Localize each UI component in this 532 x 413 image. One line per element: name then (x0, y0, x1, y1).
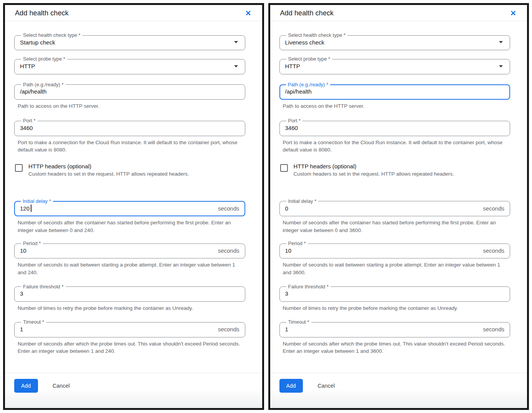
failure-threshold-label: Failure threshold * (21, 284, 66, 290)
probe-type-select[interactable]: Select probe type * (14, 56, 245, 74)
add-button[interactable]: Add (279, 379, 303, 393)
text-cursor (31, 205, 31, 212)
failure-threshold-field[interactable]: Failure threshold * (14, 284, 245, 302)
initial-delay-label: Initial delay * (21, 199, 53, 204)
two-dialog-comparison: Add health check ✕ Select health check t… (0, 0, 532, 413)
timeout-input[interactable] (20, 326, 215, 332)
seconds-suffix: seconds (215, 205, 240, 212)
initial-delay-label: Initial delay * (286, 199, 319, 204)
dropdown-arrow-icon (234, 41, 238, 43)
dialog-footer: Add Cancel (270, 373, 527, 408)
http-headers-label: HTTP headers (optional) (28, 163, 189, 169)
dialog-title: Add health check (15, 9, 69, 17)
http-headers-checkbox[interactable] (15, 164, 23, 172)
dropdown-arrow-icon (499, 41, 503, 43)
seconds-suffix: seconds (215, 247, 240, 254)
dialog-header: Add health check ✕ (5, 5, 262, 21)
http-headers-row: HTTP headers (optional) Custom headers t… (280, 163, 511, 178)
probe-type-label: Select probe type * (21, 56, 67, 62)
initial-delay-helper-text: Number of seconds after the container ha… (18, 219, 241, 234)
http-headers-label: HTTP headers (optional) (294, 163, 454, 169)
port-input[interactable] (20, 125, 240, 131)
path-field[interactable]: Path (e.g./ready) * (279, 82, 511, 100)
timeout-helper-text: Number of seconds after which the probe … (18, 340, 241, 355)
port-helper-text: Port to make a connection for the Cloud … (18, 139, 241, 154)
seconds-suffix: seconds (480, 326, 504, 332)
probe-type-value[interactable] (285, 63, 499, 69)
health-check-type-value[interactable] (20, 39, 234, 46)
http-headers-helper-text: Custom headers to set in the request. HT… (294, 171, 454, 178)
port-field[interactable]: Port * (279, 118, 511, 136)
path-helper-text: Path to access on the HTTP server. (18, 102, 241, 110)
failure-threshold-input[interactable] (20, 290, 240, 297)
add-button[interactable]: Add (14, 379, 38, 393)
failure-threshold-input[interactable] (285, 290, 505, 297)
health-check-type-select[interactable]: Select health check type * (279, 33, 511, 50)
timeout-label: Timeout * (21, 319, 46, 325)
timeout-field[interactable]: Timeout * seconds (14, 319, 245, 337)
period-field[interactable]: Period * seconds (279, 241, 511, 258)
period-helper-text: Number of seconds to wait between starti… (283, 261, 506, 276)
health-check-type-label: Select health check type * (286, 33, 348, 38)
failure-threshold-field[interactable]: Failure threshold * (279, 284, 511, 302)
http-headers-helper-text: Custom headers to set in the request. HT… (28, 171, 189, 178)
initial-delay-input[interactable] (20, 205, 215, 212)
period-input[interactable] (285, 247, 480, 254)
path-input[interactable] (285, 88, 505, 95)
path-label: Path (e.g./ready) * (286, 82, 330, 87)
path-field[interactable]: Path (e.g./ready) * (14, 82, 245, 100)
failure-threshold-label: Failure threshold * (286, 284, 331, 290)
path-helper-text: Path to access on the HTTP server. (283, 102, 506, 110)
period-input[interactable] (20, 247, 215, 254)
path-label: Path (e.g./ready) * (21, 82, 66, 87)
port-label: Port * (286, 118, 303, 123)
dialog-startup-check: Add health check ✕ Select health check t… (3, 3, 264, 410)
path-input[interactable] (20, 88, 240, 95)
period-field[interactable]: Period * seconds (14, 241, 245, 258)
health-check-type-label: Select health check type * (21, 33, 83, 38)
probe-type-value[interactable] (20, 63, 234, 69)
failure-threshold-helper-text: Number of times to retry the probe befor… (283, 304, 506, 312)
seconds-suffix: seconds (215, 326, 240, 332)
period-helper-text: Number of seconds to wait between starti… (18, 261, 241, 276)
health-check-form: Select health check type * Select probe … (270, 21, 527, 373)
dialog-header: Add health check ✕ (270, 5, 527, 21)
http-headers-row: HTTP headers (optional) Custom headers t… (15, 163, 245, 178)
dialog-liveness-check: Add health check ✕ Select health check t… (268, 3, 529, 410)
timeout-helper-text: Number of seconds after which the probe … (283, 340, 506, 355)
dialog-footer: Add Cancel (5, 373, 262, 408)
cancel-button[interactable]: Cancel (315, 382, 337, 389)
period-label: Period * (286, 241, 308, 246)
port-field[interactable]: Port * (14, 118, 245, 136)
seconds-suffix: seconds (480, 205, 504, 212)
initial-delay-input[interactable] (285, 205, 480, 212)
timeout-field[interactable]: Timeout * seconds (279, 319, 511, 337)
health-check-type-value[interactable] (285, 39, 499, 46)
timeout-input[interactable] (285, 326, 480, 332)
health-check-form: Select health check type * Select probe … (5, 21, 262, 373)
cancel-button[interactable]: Cancel (50, 382, 72, 389)
probe-type-label: Select probe type * (286, 56, 332, 62)
port-label: Port * (21, 118, 38, 123)
port-helper-text: Port to make a connection for the Cloud … (283, 139, 506, 154)
seconds-suffix: seconds (480, 247, 504, 254)
probe-type-select[interactable]: Select probe type * (279, 56, 511, 74)
health-check-type-select[interactable]: Select health check type * (14, 33, 245, 50)
close-icon[interactable]: ✕ (510, 10, 516, 17)
dropdown-arrow-icon (499, 65, 503, 67)
initial-delay-field[interactable]: Initial delay * seconds (279, 199, 511, 216)
timeout-label: Timeout * (286, 319, 311, 325)
port-input[interactable] (285, 125, 505, 131)
initial-delay-helper-text: Number of seconds after the container ha… (283, 219, 506, 234)
dialog-title: Add health check (280, 9, 334, 17)
close-icon[interactable]: ✕ (245, 10, 251, 17)
dropdown-arrow-icon (234, 65, 238, 67)
failure-threshold-helper-text: Number of times to retry the probe befor… (18, 304, 241, 312)
period-label: Period * (21, 241, 43, 246)
http-headers-checkbox[interactable] (280, 164, 288, 172)
initial-delay-field[interactable]: Initial delay * seconds (14, 199, 245, 216)
